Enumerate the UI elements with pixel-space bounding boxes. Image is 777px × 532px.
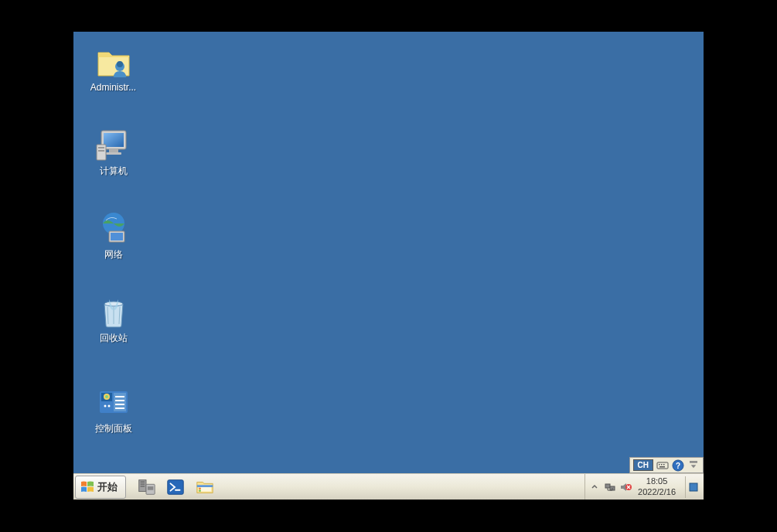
desktop-icon-network[interactable]: 网络	[84, 210, 142, 261]
language-indicator[interactable]: CH	[633, 459, 653, 471]
svg-rect-35	[141, 483, 145, 484]
svg-rect-27	[661, 464, 663, 466]
network-icon	[95, 210, 132, 247]
svg-rect-41	[197, 485, 213, 487]
svg-rect-20	[115, 400, 124, 401]
language-bar[interactable]: CH ?	[629, 457, 704, 473]
svg-point-42	[199, 487, 201, 489]
date-text: 2022/2/16	[638, 487, 676, 497]
powershell-icon[interactable]	[163, 476, 188, 498]
desktop-icon-administrator[interactable]: Administr...	[84, 43, 142, 93]
network-tray-icon[interactable]	[604, 481, 616, 493]
system-tray: 18:05 2022/2/16	[584, 474, 704, 500]
icon-label: 控制面板	[95, 422, 132, 435]
svg-rect-36	[141, 486, 145, 486]
clock[interactable]: 18:05 2022/2/16	[638, 476, 676, 496]
svg-rect-47	[690, 483, 697, 491]
show-desktop-button[interactable]	[685, 476, 700, 498]
taskbar: 开始	[73, 473, 704, 500]
icon-label: 回收站	[100, 332, 128, 345]
options-icon[interactable]	[687, 460, 700, 471]
svg-rect-22	[115, 408, 124, 409]
svg-point-13	[104, 302, 123, 306]
time-text: 18:05	[646, 476, 668, 486]
quick-launch	[134, 476, 217, 498]
svg-point-24	[107, 405, 110, 408]
svg-rect-29	[659, 466, 665, 468]
svg-point-23	[104, 405, 106, 408]
svg-rect-8	[98, 147, 104, 148]
svg-rect-19	[115, 396, 124, 397]
desktop-icon-computer[interactable]: 计算机	[84, 126, 142, 178]
svg-point-17	[105, 395, 108, 398]
svg-text:?: ?	[676, 462, 680, 470]
svg-rect-4	[104, 133, 124, 147]
svg-point-1	[117, 61, 123, 67]
explorer-icon[interactable]	[193, 476, 217, 498]
control-panel-icon	[95, 384, 132, 421]
folder-user-icon	[95, 43, 132, 80]
server-manager-icon[interactable]	[134, 476, 158, 498]
start-button[interactable]: 开始	[75, 476, 126, 499]
svg-rect-32	[690, 461, 697, 463]
tray-expand-icon[interactable]	[588, 481, 601, 493]
screen: Administr...	[73, 32, 704, 500]
start-label: 开始	[97, 480, 118, 494]
svg-rect-34	[141, 481, 145, 482]
volume-tray-icon[interactable]	[619, 481, 632, 493]
svg-rect-5	[109, 149, 118, 152]
svg-rect-9	[98, 150, 104, 152]
icon-label: 网络	[104, 248, 123, 261]
computer-icon	[95, 126, 132, 163]
svg-rect-26	[659, 464, 660, 466]
svg-rect-44	[605, 484, 610, 488]
desktop-icon-recyclebin[interactable]: 回收站	[84, 293, 142, 345]
icon-label: 计算机	[100, 165, 128, 178]
svg-point-43	[199, 489, 201, 492]
desktop-icon-controlpanel[interactable]: 控制面板	[84, 384, 142, 435]
svg-rect-38	[148, 486, 153, 490]
keyboard-icon[interactable]	[656, 460, 669, 471]
svg-rect-28	[663, 464, 665, 466]
svg-rect-6	[106, 152, 121, 155]
svg-rect-12	[111, 233, 123, 240]
svg-rect-21	[115, 404, 124, 405]
svg-rect-25	[657, 462, 668, 469]
recycle-bin-icon	[95, 293, 132, 330]
icon-label: Administr...	[90, 82, 136, 93]
windows-logo-icon	[80, 480, 94, 494]
desktop[interactable]: Administr...	[73, 32, 704, 465]
help-icon[interactable]: ?	[672, 460, 684, 471]
